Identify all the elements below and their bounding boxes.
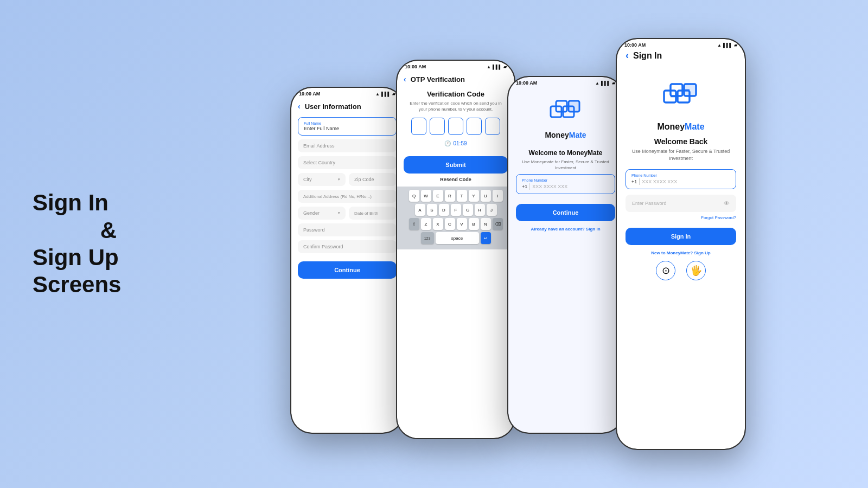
otp-box-1[interactable] [411,118,426,135]
signin-btn[interactable]: Sign In [626,228,736,245]
phone4-phone-field[interactable]: Phone Number +1 XXX XXXX XXX [626,169,736,189]
key-a[interactable]: A [415,204,425,216]
phone4-logo-text: MoneyMate [617,122,745,132]
face-id-btn[interactable]: ⊙ [656,261,675,280]
signal-icon3: ▌▌▌ [601,81,610,86]
key-h[interactable]: H [475,204,485,216]
phone4-screen: 10:00 AM ▲ ▌▌▌ ▰ ‹ Sign In [617,39,745,449]
resend-code[interactable]: Resend Code [404,177,508,182]
phone1-device: 10:00 AM ▲ ▌▌▌ ▰ ‹ User Information Full… [290,87,404,434]
gender-field[interactable]: Gender ▾ [298,207,346,220]
key-f[interactable]: F [451,204,461,216]
wifi-icon3: ▲ [595,81,599,86]
confirm-password-label: Confirm Password [303,244,343,249]
phone3-signin-link[interactable]: Sign In [586,227,601,232]
phone1-status-icons: ▲ ▌▌▌ ▰ [375,92,395,97]
heading-line2: & [33,217,184,244]
phone1-back-arrow[interactable]: ‹ [298,102,301,111]
phone3-status-bar: 10:00 AM ▲ ▌▌▌ ▰ [508,77,623,87]
moneymate-logo-icon [548,95,583,131]
otp-box-2[interactable] [430,118,445,135]
city-field[interactable]: City ▾ [298,173,346,186]
kbd-row3: ⇧ Z X C V B N ⌫ [398,218,513,230]
phone4-divider [639,178,640,185]
phone4-prefix: +1 [631,179,637,184]
key-space[interactable]: space [436,232,479,244]
eye-icon[interactable]: 👁 [724,200,730,207]
otp-submit-btn[interactable]: Submit [404,156,508,174]
phone4-password-field[interactable]: Enter Password 👁 [626,195,736,212]
kbd-row1: Q W E R T Y U I [398,190,513,202]
forgot-pw-label: Forgot Password? [701,215,736,220]
key-n[interactable]: N [481,218,491,230]
phone1-continue-btn[interactable]: Continue [298,261,397,279]
key-j[interactable]: J [487,204,497,216]
forgot-password[interactable]: Forgot Password? [626,215,736,220]
phone2-back-arrow[interactable]: ‹ [404,75,406,84]
phone4-new-to-text: New to MoneyMate? [651,251,693,255]
kbd-row2: A S D F G H J [398,204,513,216]
password-label: Password [303,227,325,233]
key-d[interactable]: D [439,204,449,216]
phone1-screen: 10:00 AM ▲ ▌▌▌ ▰ ‹ User Information Full… [291,88,403,433]
otp-box-5[interactable] [485,118,500,135]
otp-box-4[interactable] [467,118,482,135]
key-enter[interactable]: ↵ [481,232,491,244]
key-v[interactable]: V [457,218,467,230]
phone3-logo-text: MoneyMate [545,131,586,139]
phone3-form: Phone Number +1 XXX XXXX XXX Continue Al… [508,174,623,232]
clock-icon: 🕐 [444,140,451,146]
key-e[interactable]: E [433,190,443,202]
phones-container: 10:00 AM ▲ ▌▌▌ ▰ ‹ User Information Full… [201,22,835,466]
full-name-field[interactable]: Full Name Enter Full Name [298,117,397,136]
key-z[interactable]: Z [421,218,431,230]
country-field[interactable]: Select Country [298,156,397,169]
phone2-status-icons: ▲ ▌▌▌ ▰ [487,65,507,69]
key-r[interactable]: R [445,190,455,202]
phone1-status-bar: 10:00 AM ▲ ▌▌▌ ▰ [291,88,403,98]
phone4-signup-link[interactable]: Sign Up [694,251,710,255]
phone3-phone-field[interactable]: Phone Number +1 XXX XXXX XXX [516,174,615,194]
confirm-password-field[interactable]: Confirm Password [298,240,397,253]
city-label: City [303,177,312,182]
key-i[interactable]: I [493,190,503,202]
key-123[interactable]: 123 [421,232,434,244]
key-t[interactable]: T [457,190,467,202]
phone3-time: 10:00 AM [516,80,537,86]
biometrics-section: ⊙ 🖐 [626,261,736,280]
key-g[interactable]: G [463,204,473,216]
key-w[interactable]: W [421,190,431,202]
password-field[interactable]: Password [298,223,397,236]
heading-line1: Sign In [33,190,108,215]
signal-icon: ▌▌▌ [381,92,391,97]
zip-label: Zip Code [354,177,374,182]
key-c[interactable]: C [445,218,455,230]
key-x[interactable]: X [433,218,443,230]
phone3-btn-label: Continue [553,209,579,216]
otp-timer: 🕐 01:59 [404,140,508,146]
face-id-icon: ⊙ [662,265,670,277]
left-text-section: Sign In & Sign Up Screens [33,189,184,299]
key-backspace[interactable]: ⌫ [493,218,503,230]
email-field[interactable]: Email Address [298,139,397,152]
phone3-already-text: Already have an account? [531,227,584,232]
key-s[interactable]: S [427,204,437,216]
otp-box-3[interactable] [448,118,463,135]
fingerprint-btn[interactable]: 🖐 [686,261,706,280]
key-b[interactable]: B [469,218,479,230]
dob-field[interactable]: Date of Birth [349,207,397,220]
key-shift[interactable]: ⇧ [409,218,419,230]
phone3-continue-btn[interactable]: Continue [516,204,615,221]
phone4-logo-icon [661,79,700,118]
phone1-continue-label: Continue [334,267,360,273]
key-y[interactable]: Y [469,190,479,202]
key-u[interactable]: U [481,190,491,202]
phone4-password-placeholder: Enter Password [632,201,667,206]
address-field[interactable]: Additional Address (Rd No, H/No...) [298,190,397,203]
full-name-value: Enter Full Name [304,126,339,131]
phone2-status-bar: 10:00 AM ▲ ▌▌▌ ▰ [397,61,514,70]
phone4-back-arrow[interactable]: ‹ [626,50,629,61]
phone4-title: Sign In [633,51,662,61]
key-q[interactable]: Q [409,190,419,202]
zip-field[interactable]: Zip Code [349,173,397,186]
